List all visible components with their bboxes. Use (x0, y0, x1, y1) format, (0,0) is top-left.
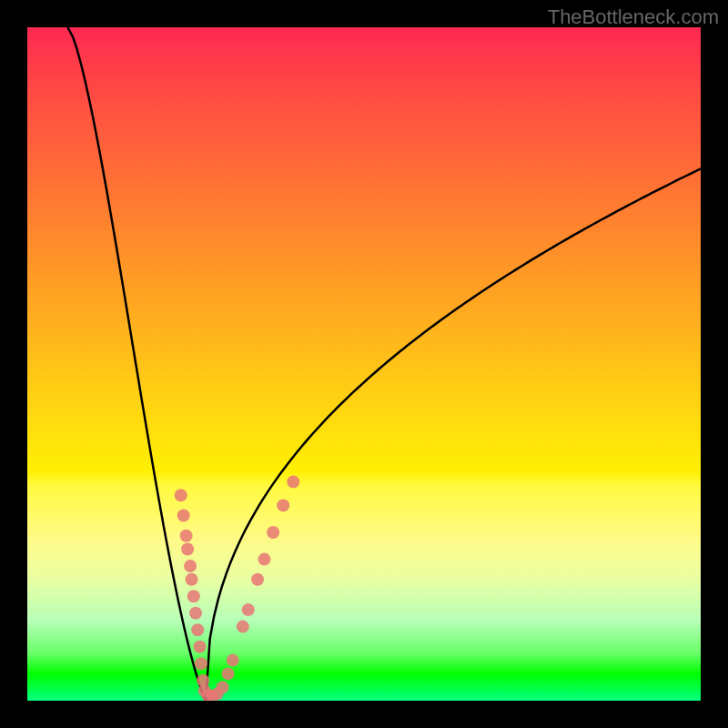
chart-container (27, 27, 701, 701)
data-point (227, 654, 239, 667)
data-point (242, 603, 255, 616)
data-point (237, 621, 249, 633)
curve-group (67, 27, 701, 701)
data-point (181, 543, 194, 556)
data-point (189, 607, 202, 620)
data-point (184, 560, 197, 572)
data-point (217, 681, 229, 693)
data-point (177, 510, 190, 522)
data-point (191, 623, 204, 636)
left-curve-branch (67, 27, 206, 701)
data-point (258, 553, 270, 566)
bottleneck-curve-svg (27, 27, 701, 701)
data-point (193, 641, 206, 653)
watermark-text: TheBottleneck.com (548, 5, 719, 29)
data-point (251, 573, 264, 586)
data-point (287, 476, 299, 489)
data-point (187, 590, 200, 602)
data-point (267, 526, 279, 539)
data-point (180, 530, 193, 542)
data-point (186, 573, 198, 586)
right-curve-branch (206, 168, 701, 701)
data-point (222, 667, 235, 680)
data-point (175, 489, 187, 501)
data-point (277, 499, 289, 511)
data-point (195, 657, 207, 670)
